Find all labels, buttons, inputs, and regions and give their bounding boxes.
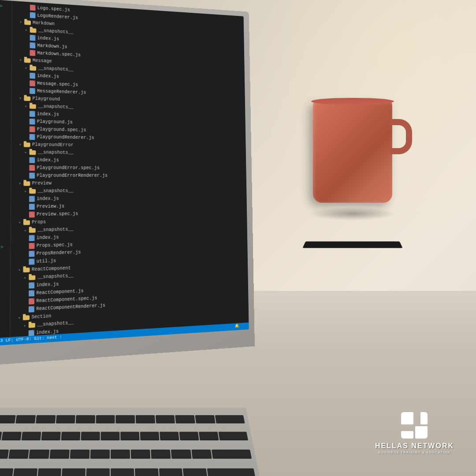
file-name: Props.spec.js — [37, 242, 73, 249]
key — [175, 415, 195, 424]
file-tree: Logo.spec.js LogoRenderer.jsMarkdown__sn… — [10, 1, 249, 345]
key — [37, 468, 62, 476]
key — [56, 415, 75, 424]
key — [171, 450, 191, 459]
key — [36, 415, 56, 424]
key — [15, 415, 36, 424]
folder-name: __snapshots__ — [37, 188, 74, 195]
file-name: Playground.spec.js — [37, 126, 86, 134]
mug — [313, 101, 401, 212]
file-item[interactable]: PlaygroundError.spec.js — [11, 164, 246, 172]
laptop-screen: Link> — [0, 0, 249, 346]
key — [136, 415, 155, 424]
folder-name: __snapshots__ — [38, 149, 74, 156]
logo-area: HELLAS NETWORK BUSINESS TRAINING & EDUCA… — [375, 412, 454, 454]
key-row-1 — [0, 412, 245, 427]
folder-name: __snapshots__ — [37, 226, 74, 234]
key — [1, 432, 22, 441]
folder-name: __snapshots__ — [38, 103, 74, 111]
key — [111, 468, 134, 476]
file-name: Preview.spec.js — [37, 211, 78, 218]
file-name: index.js — [37, 35, 59, 43]
folder-name: Preview — [32, 180, 52, 187]
key — [62, 468, 86, 476]
key — [131, 450, 151, 459]
key — [155, 415, 175, 424]
file-name: Preview.js — [37, 203, 64, 210]
file-name: index.js — [37, 195, 59, 202]
key — [41, 432, 60, 441]
folder-name: Section — [31, 312, 51, 320]
key — [160, 432, 179, 441]
file-name: PlaygroundRenderer.js — [37, 134, 94, 141]
folder-name: Markdown — [33, 19, 55, 27]
file-item[interactable]: PlaygroundErrorRenderer.js — [11, 172, 246, 180]
file-name: index.js — [37, 234, 59, 242]
logo-subtitle: BUSINESS TRAINING & EDUCATION — [375, 451, 454, 454]
file-name: PlaygroundErrorRenderer.js — [37, 172, 108, 179]
file-name: Message.spec.js — [37, 80, 78, 88]
key — [81, 432, 100, 441]
keyboard-keys — [0, 412, 260, 476]
key — [135, 468, 159, 476]
key — [0, 468, 13, 476]
key — [0, 415, 16, 424]
key — [140, 432, 160, 441]
file-name: PropsRenderer.js — [37, 249, 81, 257]
keyboard — [0, 408, 267, 476]
key — [90, 450, 110, 459]
logo-icon — [401, 412, 428, 439]
key — [70, 450, 89, 459]
mug-area — [300, 79, 441, 278]
key-row-2 — [0, 428, 249, 444]
screen-content: Link> — [0, 0, 249, 346]
logo-company: HELLAS NETWORK — [375, 442, 454, 450]
mug-shadow — [309, 207, 397, 220]
file-name: Playground.js — [37, 118, 73, 126]
folder-name: Message — [33, 57, 52, 65]
file-tree-panel: Logo.spec.js LogoRenderer.jsMarkdown__sn… — [10, 1, 249, 345]
laptop: Link> — [0, 0, 255, 366]
key — [8, 450, 29, 459]
key-row-4 — [0, 464, 256, 476]
file-name: util.js — [37, 257, 56, 265]
status-icons: 🔔 👤 — [234, 323, 245, 330]
logo-block-br — [415, 426, 428, 439]
file-name: index.js — [37, 111, 59, 118]
key — [96, 415, 115, 424]
folder-name: PlaygroundError — [32, 141, 74, 149]
key — [207, 468, 256, 476]
key — [219, 432, 249, 441]
key — [151, 450, 171, 459]
key — [191, 450, 212, 459]
logo-block-tr — [420, 412, 428, 424]
logo-block-tl — [401, 412, 413, 424]
key — [76, 415, 95, 424]
file-name: index.js — [37, 157, 59, 164]
key — [183, 468, 208, 476]
mug-rim — [311, 98, 394, 105]
key — [13, 468, 37, 476]
key — [29, 450, 49, 459]
folder-name: __snapshots__ — [38, 65, 74, 73]
key — [100, 432, 119, 441]
folder-name: Props — [32, 219, 46, 226]
key — [199, 432, 219, 441]
key — [86, 468, 110, 476]
mug-handle — [390, 119, 412, 154]
key — [120, 432, 139, 441]
folder-name: ReactComponent — [32, 265, 71, 273]
key — [212, 450, 252, 459]
coaster — [302, 242, 402, 248]
folder-name: __snapshots__ — [37, 272, 74, 281]
file-name: PlaygroundError.spec.js — [37, 164, 100, 171]
folder-name: Playground — [32, 95, 60, 103]
key — [49, 450, 69, 459]
mug-body — [313, 101, 392, 203]
key — [0, 450, 9, 459]
key — [21, 432, 41, 441]
file-name: Section.spec.js — [36, 342, 78, 345]
key — [179, 432, 199, 441]
key — [111, 450, 130, 459]
key — [195, 415, 215, 424]
